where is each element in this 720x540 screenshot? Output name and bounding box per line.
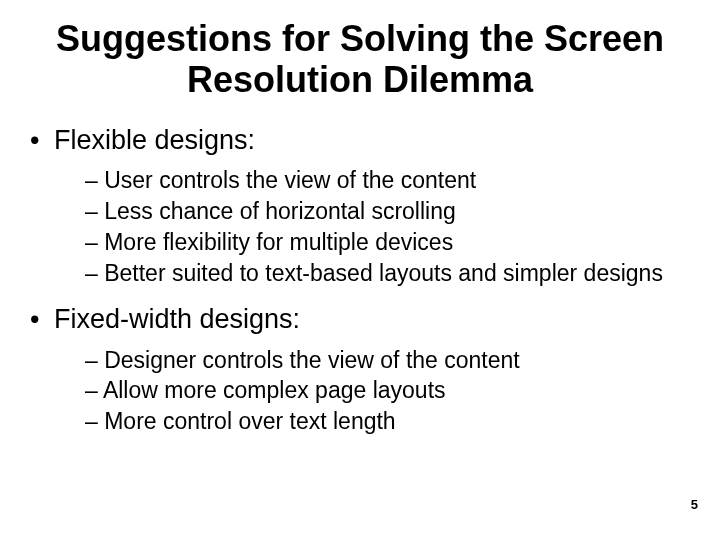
list-item: User controls the view of the content	[22, 166, 698, 196]
sub-bullet-list: Designer controls the view of the conten…	[22, 346, 698, 438]
list-item: Better suited to text-based layouts and …	[22, 259, 698, 289]
list-item: Less chance of horizontal scrolling	[22, 197, 698, 227]
main-bullet-list: Fixed-width designs:	[22, 302, 698, 337]
list-item: Designer controls the view of the conten…	[22, 346, 698, 376]
section-heading-text: Flexible designs:	[54, 125, 255, 155]
sub-bullet-list: User controls the view of the content Le…	[22, 166, 698, 289]
section-heading: Flexible designs:	[22, 123, 698, 158]
section-heading-text: Fixed-width designs:	[54, 304, 300, 334]
main-bullet-list: Flexible designs:	[22, 123, 698, 158]
list-item: More control over text length	[22, 407, 698, 437]
list-item: More flexibility for multiple devices	[22, 228, 698, 258]
list-item: Allow more complex page layouts	[22, 376, 698, 406]
section-heading: Fixed-width designs:	[22, 302, 698, 337]
page-number: 5	[691, 497, 698, 512]
slide-title: Suggestions for Solving the Screen Resol…	[22, 18, 698, 101]
